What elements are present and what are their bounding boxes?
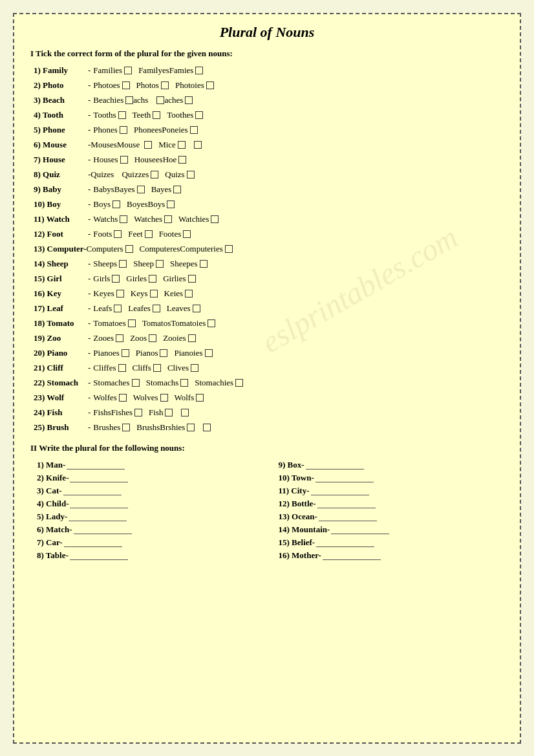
checkbox[interactable] bbox=[160, 394, 168, 402]
checkbox[interactable] bbox=[119, 394, 127, 402]
checkbox[interactable] bbox=[188, 334, 196, 342]
checkbox[interactable] bbox=[196, 394, 204, 402]
table-row: 23) Wolf - Wolfes Wolves Wolfs bbox=[34, 391, 507, 404]
table-row: 18) Tomato - Tomatoes TomatosTomatoies bbox=[34, 317, 507, 330]
checkbox[interactable] bbox=[178, 156, 186, 164]
checkbox[interactable] bbox=[153, 111, 160, 119]
answer-field[interactable] bbox=[306, 460, 364, 470]
checkbox[interactable] bbox=[173, 186, 181, 193]
answer-field[interactable] bbox=[70, 473, 128, 482]
list-item: 5) Lady- bbox=[37, 512, 266, 522]
checkbox[interactable] bbox=[203, 424, 211, 431]
checkbox[interactable] bbox=[180, 379, 188, 387]
answer-field[interactable] bbox=[323, 551, 381, 560]
checkbox[interactable] bbox=[120, 215, 127, 223]
checkbox[interactable] bbox=[122, 424, 130, 431]
checkbox[interactable] bbox=[118, 111, 126, 119]
checkbox[interactable] bbox=[128, 319, 136, 327]
list-item: 7) Car- bbox=[37, 537, 266, 548]
checkbox[interactable] bbox=[225, 245, 233, 253]
checkbox[interactable] bbox=[120, 126, 127, 134]
checkbox[interactable] bbox=[190, 126, 198, 134]
table-row: 19) Zoo - Zooes Zoos Zooies bbox=[34, 332, 507, 345]
write-section: 1) Man- 9) Box- 2) Knife- 10) Town- 3) C… bbox=[37, 460, 507, 561]
checkbox[interactable] bbox=[194, 141, 202, 149]
checkbox[interactable] bbox=[167, 200, 175, 208]
checkbox[interactable] bbox=[124, 67, 132, 74]
checkbox[interactable] bbox=[195, 67, 203, 74]
checkbox[interactable] bbox=[185, 290, 193, 297]
table-row: 15) Girl - Girls Girles Girlies bbox=[34, 272, 507, 285]
table-row: 10) Boy - Boys BoyesBoys bbox=[34, 198, 507, 211]
checkbox[interactable] bbox=[112, 200, 120, 208]
answer-field[interactable] bbox=[70, 499, 128, 508]
table-row: 7) House - Houses HouseesHoe bbox=[34, 153, 507, 166]
checkbox[interactable] bbox=[206, 81, 214, 89]
checkbox[interactable] bbox=[119, 260, 127, 268]
answer-field[interactable] bbox=[311, 486, 369, 495]
checkbox[interactable] bbox=[235, 379, 243, 387]
checkbox[interactable] bbox=[116, 290, 124, 297]
table-row: 16) Key - Keyes Keys Keies bbox=[34, 287, 507, 300]
checkbox[interactable] bbox=[153, 305, 160, 312]
checkbox[interactable] bbox=[134, 409, 142, 416]
checkbox[interactable] bbox=[156, 260, 164, 268]
table-row: 14) Sheep - Sheeps Sheep Sheepes bbox=[34, 257, 507, 270]
checkbox[interactable] bbox=[150, 290, 158, 297]
table-row: 21) Cliff - Cliffes Cliffs Clives bbox=[34, 362, 507, 374]
list-item: 1) Man- bbox=[37, 460, 266, 470]
checkbox[interactable] bbox=[114, 305, 122, 312]
answer-field[interactable] bbox=[317, 499, 376, 508]
checkbox[interactable] bbox=[125, 245, 133, 253]
checkbox[interactable] bbox=[118, 364, 126, 372]
checkbox[interactable] bbox=[185, 96, 193, 104]
checkbox[interactable] bbox=[205, 349, 213, 357]
list-item: 9) Box- bbox=[279, 460, 507, 470]
checkbox[interactable] bbox=[200, 260, 208, 268]
checkbox[interactable] bbox=[149, 275, 156, 283]
checkbox[interactable] bbox=[193, 305, 200, 312]
checkbox[interactable] bbox=[151, 171, 158, 178]
checkbox[interactable] bbox=[161, 81, 169, 89]
answer-field[interactable] bbox=[331, 525, 389, 534]
checkbox[interactable] bbox=[137, 186, 145, 193]
list-item: 14) Mountain- bbox=[279, 524, 507, 535]
checkbox[interactable] bbox=[125, 96, 133, 104]
answer-field[interactable] bbox=[64, 538, 122, 547]
checkbox[interactable] bbox=[153, 364, 161, 372]
checkbox[interactable] bbox=[144, 141, 152, 149]
answer-field[interactable] bbox=[70, 551, 128, 560]
checkbox[interactable] bbox=[191, 364, 198, 372]
answer-field[interactable] bbox=[74, 525, 132, 534]
checkbox[interactable] bbox=[120, 156, 128, 164]
checkbox[interactable] bbox=[188, 275, 196, 283]
answer-field[interactable] bbox=[67, 460, 125, 470]
checkbox[interactable] bbox=[183, 230, 191, 238]
checkbox[interactable] bbox=[112, 275, 120, 283]
answer-field[interactable] bbox=[69, 512, 127, 521]
checkbox[interactable] bbox=[187, 171, 195, 178]
table-row: 17) Leaf - Leafs Leafes Leaves bbox=[34, 302, 507, 315]
checkbox[interactable] bbox=[164, 215, 172, 223]
answer-field[interactable] bbox=[63, 486, 122, 495]
answer-field[interactable] bbox=[315, 473, 374, 482]
checkbox[interactable] bbox=[165, 409, 173, 416]
checkbox[interactable] bbox=[160, 349, 167, 357]
checkbox[interactable] bbox=[178, 141, 186, 149]
checkbox[interactable] bbox=[208, 319, 215, 327]
answer-field[interactable] bbox=[319, 512, 377, 521]
answer-field[interactable] bbox=[316, 538, 374, 547]
checkbox[interactable] bbox=[122, 349, 129, 357]
checkbox[interactable] bbox=[181, 409, 189, 416]
checkbox[interactable] bbox=[122, 81, 130, 89]
checkbox[interactable] bbox=[149, 334, 156, 342]
checkbox[interactable] bbox=[132, 379, 140, 387]
checkbox[interactable] bbox=[145, 230, 153, 238]
checkbox[interactable] bbox=[195, 111, 203, 119]
checkbox[interactable] bbox=[116, 334, 123, 342]
checkbox[interactable] bbox=[114, 230, 122, 238]
checkbox[interactable] bbox=[187, 424, 195, 431]
table-row: 13) Computer- Computers ComputeresComput… bbox=[34, 243, 507, 255]
checkbox[interactable] bbox=[211, 215, 219, 223]
checkbox[interactable] bbox=[156, 96, 164, 104]
